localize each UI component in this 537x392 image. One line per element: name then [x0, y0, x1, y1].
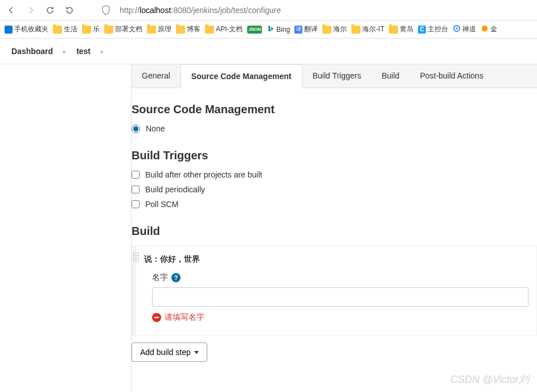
folder-icon — [147, 26, 156, 34]
breadcrumb: Dashboard ▸ test ▸ — [0, 39, 537, 64]
trigger-label: Poll SCM — [145, 200, 178, 209]
tab-post-build-actions[interactable]: Post-build Actions — [409, 64, 493, 88]
add-build-step-button[interactable]: Add build step — [132, 343, 207, 362]
bookmarks-bar: 手机收藏夹生活乐部署文档原理博客API-文档JSONBing译翻译海尔海尔-IT… — [0, 20, 537, 39]
folder-icon — [82, 26, 91, 34]
content-area: GeneralSource Code ManagementBuild Trigg… — [131, 64, 537, 392]
bookmark-item[interactable]: 金 — [481, 24, 497, 34]
bookmark-item[interactable]: C主控台 — [418, 24, 448, 34]
trans-icon: 译 — [294, 26, 302, 34]
build-step-hello-world: 说：你好，世界 名字 ? 请填写名字 — [132, 246, 537, 336]
folder-icon — [389, 26, 398, 34]
cube-icon: C — [418, 26, 426, 34]
chevron-right-icon: ▸ — [101, 48, 104, 55]
bookmark-item[interactable]: API-文档 — [205, 24, 243, 34]
bookmark-item[interactable]: 原理 — [147, 24, 171, 34]
tab-source-code-management[interactable]: Source Code Management — [181, 64, 302, 88]
build-section-title: Build — [132, 225, 537, 238]
bookmark-item[interactable]: 博客 — [176, 24, 200, 34]
trigger-checkbox[interactable] — [132, 185, 140, 193]
name-input[interactable] — [152, 287, 528, 307]
trigger-label: Build periodically — [145, 185, 205, 194]
bookmark-item[interactable]: JSON — [247, 26, 262, 34]
bookmark-item[interactable]: 译翻译 — [294, 24, 318, 34]
bookmark-item[interactable]: 海尔-IT — [351, 24, 384, 34]
gold-icon — [481, 24, 489, 34]
build-step-title: 说：你好，世界 — [144, 254, 528, 265]
drag-handle-icon[interactable] — [133, 252, 140, 262]
chevron-right-icon: ▸ — [63, 48, 66, 55]
bookmark-item[interactable]: 手机收藏夹 — [5, 24, 48, 34]
forward-button[interactable] — [25, 5, 36, 16]
folder-icon — [205, 26, 214, 34]
browser-navigation-bar: http://localhost:8080/jenkins/job/test/c… — [0, 0, 537, 20]
breadcrumb-job[interactable]: test — [76, 47, 91, 56]
trigger-label: Build after other projects are built — [145, 170, 262, 179]
undo-button[interactable] — [64, 5, 75, 16]
bookmark-item[interactable]: 海尔 — [322, 24, 347, 34]
trigger-checkbox[interactable] — [132, 171, 140, 179]
blue-icon — [5, 26, 13, 34]
field-label-name: 名字 — [152, 273, 168, 283]
folder-icon — [53, 26, 62, 34]
shield-icon[interactable] — [100, 5, 112, 16]
help-icon[interactable]: ? — [171, 273, 181, 282]
folder-icon — [104, 26, 113, 34]
scm-section-title: Source Code Management — [132, 103, 537, 116]
folder-icon — [176, 26, 185, 34]
folder-icon — [351, 26, 360, 34]
bookmark-item[interactable]: 黄岛 — [389, 24, 413, 34]
triggers-section-title: Build Triggers — [132, 149, 537, 162]
tab-build-triggers[interactable]: Build Triggers — [302, 64, 372, 88]
zen-icon — [453, 24, 461, 34]
bookmark-item[interactable]: 禅道 — [453, 24, 476, 34]
bing-icon — [267, 24, 274, 34]
scm-none-radio[interactable] — [132, 125, 140, 133]
bookmark-item[interactable]: 生活 — [53, 24, 77, 34]
bookmark-item[interactable]: 乐 — [82, 24, 100, 34]
breadcrumb-dashboard[interactable]: Dashboard — [11, 47, 53, 56]
url-bar[interactable]: http://localhost:8080/jenkins/job/test/c… — [120, 6, 531, 15]
folder-icon — [322, 26, 331, 34]
validation-error: 请填写名字 — [152, 312, 528, 323]
bookmark-item[interactable]: Bing — [267, 24, 290, 34]
svg-point-1 — [456, 27, 458, 30]
error-icon — [152, 313, 161, 322]
bookmark-item[interactable]: 部署文档 — [104, 24, 142, 34]
svg-point-2 — [482, 26, 488, 32]
scm-none-label: None — [146, 124, 165, 133]
chevron-down-icon — [194, 351, 199, 354]
sidebar-space — [0, 64, 131, 392]
config-tabs: GeneralSource Code ManagementBuild Trigg… — [132, 64, 537, 88]
trigger-checkbox[interactable] — [132, 200, 140, 208]
json-icon: JSON — [247, 26, 262, 34]
reload-button[interactable] — [44, 5, 56, 16]
tab-build[interactable]: Build — [371, 64, 409, 88]
tab-general[interactable]: General — [132, 64, 181, 88]
back-button[interactable] — [6, 5, 17, 16]
